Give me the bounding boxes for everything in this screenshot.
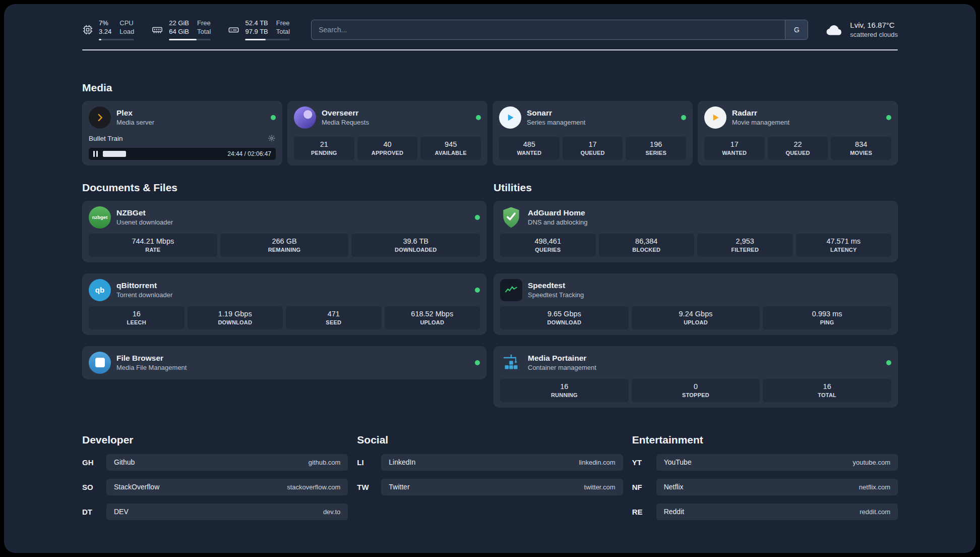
stat-value: 0 [634, 382, 758, 391]
gear-icon[interactable] [268, 134, 276, 142]
stat-value: 498,461 [502, 237, 594, 245]
nzbget-icon: nzbget [89, 206, 111, 229]
bookmark-link-twitter[interactable]: Twitter twitter.com [381, 479, 623, 495]
section-entertainment: Entertainment YT YouTube youtube.com NF … [632, 434, 898, 520]
stat-tile: 16 RUNNING [500, 379, 629, 402]
bookmark-abbr: YT [632, 458, 656, 467]
bookmark-link-dev[interactable]: DEV dev.to [106, 504, 348, 520]
stat-label: LATENCY [798, 247, 890, 253]
stat-label: DOWNLOADED [353, 247, 478, 253]
stat-label: WANTED [501, 150, 558, 156]
bookmark-url: netflix.com [859, 483, 890, 491]
stat-tile: 498,461 QUERIES [500, 234, 596, 257]
stat-tile: 618.52 Mbps UPLOAD [385, 306, 480, 329]
bookmark-url: stackoverflow.com [287, 483, 340, 491]
app-desc: Container management [528, 364, 596, 371]
section-title-documents: Documents & Files [82, 182, 486, 194]
stat-label: MOVIES [833, 150, 889, 156]
adguard-card[interactable]: AdGuard Home DNS and adblocking 498,461 … [494, 201, 898, 262]
disk-total-label: Total [276, 28, 290, 36]
stat-tile: 22 QUEUED [768, 137, 828, 160]
bookmark-link-reddit[interactable]: Reddit reddit.com [656, 504, 898, 520]
speedtest-card[interactable]: Speedtest Speedtest Tracking 9.65 Gbps D… [494, 273, 898, 335]
playback-progress[interactable] [103, 148, 222, 160]
stat-tile: 834 MOVIES [831, 137, 891, 160]
bookmark-link-youtube[interactable]: YouTube youtube.com [656, 454, 898, 471]
stat-label: BLOCKED [601, 247, 693, 253]
app-desc: Media File Management [116, 364, 187, 371]
stat-label: SEED [288, 319, 380, 325]
stat-value: 21 [296, 140, 352, 148]
dashboard-panel: 7% 3.24 CPU Load [4, 4, 976, 553]
section-title-entertainment: Entertainment [632, 434, 898, 446]
stat-value: 945 [422, 140, 479, 148]
stat-tile: 485 WANTED [499, 137, 560, 160]
stat-tile: 0.993 ms PING [763, 306, 891, 329]
app-name: AdGuard Home [528, 208, 588, 217]
status-dot [886, 115, 891, 120]
section-title-social: Social [357, 434, 623, 446]
filebrowser-card[interactable]: File Browser Media File Management [82, 346, 486, 379]
app-name: File Browser [116, 354, 187, 363]
stat-value: 47.571 ms [798, 237, 890, 245]
stat-label: PENDING [296, 150, 352, 156]
stat-tile: 9.65 Gbps DOWNLOAD [500, 306, 629, 329]
overseerr-card[interactable]: Overseerr Media Requests 21 PENDING 40 A… [287, 101, 487, 165]
ram-free-label: Free [197, 19, 211, 28]
bookmark-url: reddit.com [860, 508, 890, 516]
bookmark-abbr: DT [82, 508, 106, 516]
plex-card[interactable]: Plex Media server Bullet Train [82, 101, 282, 165]
bookmark-link-stackoverflow[interactable]: StackOverflow stackoverflow.com [106, 479, 348, 495]
app-desc: DNS and adblocking [528, 218, 588, 226]
sonarr-icon [499, 106, 521, 129]
bookmark-name: Netflix [664, 483, 684, 491]
cpu-label: CPU [119, 19, 134, 28]
stat-label: REMAINING [222, 247, 347, 253]
media-player-bar: 24:44 / 02:06:47 [89, 148, 276, 160]
stat-label: UPLOAD [387, 319, 478, 325]
bookmark-link-netflix[interactable]: Netflix netflix.com [656, 479, 898, 495]
nzbget-card[interactable]: nzbget NZBGet Usenet downloader 744.21 M… [82, 201, 486, 262]
bookmark-row: LI LinkedIn linkedin.com [357, 454, 623, 471]
cloud-icon [825, 23, 843, 37]
stat-value: 22 [770, 140, 826, 148]
cpu-percent: 7% [99, 19, 111, 28]
weather-condition: scattered clouds [850, 31, 898, 38]
stat-value: 0.993 ms [765, 310, 889, 318]
status-dot [271, 115, 276, 120]
stat-value: 834 [833, 140, 889, 148]
qbittorrent-card[interactable]: qb qBittorrent Torrent downloader 16 LEE… [82, 273, 486, 335]
stat-tile: 86,384 BLOCKED [599, 234, 695, 257]
stat-value: 16 [502, 382, 627, 391]
stat-value: 1.19 Gbps [190, 310, 281, 318]
stat-label: STOPPED [634, 392, 758, 398]
ram-total-label: Total [197, 28, 211, 36]
app-name: qBittorrent [116, 281, 172, 290]
bookmark-row: SO StackOverflow stackoverflow.com [82, 479, 348, 495]
stat-tile: 16 TOTAL [763, 379, 891, 402]
stat-value: 744.21 Mbps [91, 237, 215, 245]
radarr-icon [704, 106, 726, 129]
search-engine-button[interactable]: G [785, 20, 808, 40]
bookmark-link-github[interactable]: Github github.com [106, 454, 348, 471]
stat-label: DOWNLOAD [190, 319, 281, 325]
bookmark-abbr: RE [632, 508, 656, 516]
app-desc: Media Requests [322, 119, 369, 126]
search-input[interactable] [311, 20, 785, 40]
filebrowser-icon [89, 352, 111, 374]
section-title-media: Media [82, 82, 898, 94]
stat-tile: 0 STOPPED [632, 379, 760, 402]
pause-button[interactable] [93, 151, 98, 157]
stat-label: RATE [91, 247, 215, 253]
bookmark-url: dev.to [323, 508, 340, 516]
app-name: Plex [116, 108, 154, 118]
stat-tile: 266 GB REMAINING [220, 234, 349, 257]
stat-tile: 17 WANTED [704, 137, 765, 160]
sonarr-card[interactable]: Sonarr Series management 485 WANTED 17 Q… [493, 101, 693, 165]
portainer-card[interactable]: Media Portainer Container management 16 … [494, 346, 898, 408]
radarr-card[interactable]: Radarr Movie management 17 WANTED 22 QUE… [698, 101, 898, 165]
bookmark-link-linkedin[interactable]: LinkedIn linkedin.com [381, 454, 623, 471]
stat-value: 9.24 Gbps [634, 310, 758, 318]
cpu-usage-bar [99, 39, 134, 40]
stat-tile: 40 APPROVED [357, 137, 418, 160]
